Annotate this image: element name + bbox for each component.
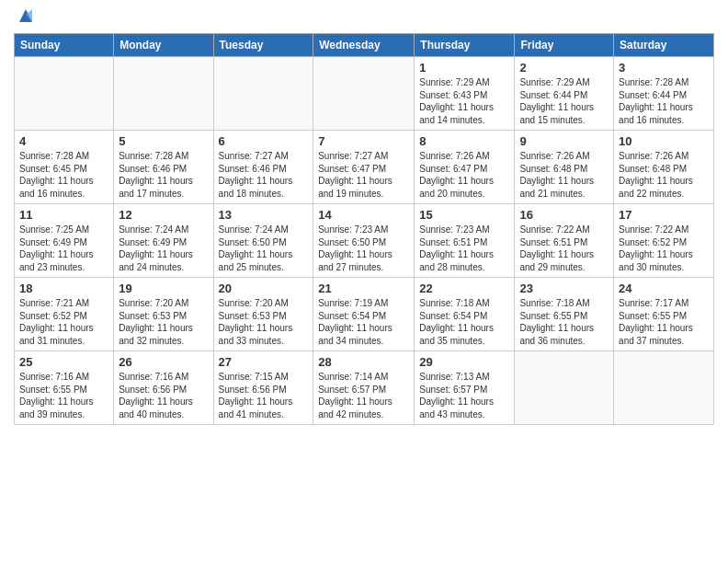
calendar-day-cell: 13Sunrise: 7:24 AM Sunset: 6:50 PM Dayli… [213, 204, 313, 278]
calendar-day-cell [213, 57, 313, 131]
day-info: Sunrise: 7:22 AM Sunset: 6:51 PM Dayligh… [519, 224, 609, 273]
calendar-day-cell: 3Sunrise: 7:28 AM Sunset: 6:44 PM Daylig… [614, 57, 714, 131]
day-number: 16 [519, 208, 609, 222]
day-info: Sunrise: 7:28 AM Sunset: 6:45 PM Dayligh… [19, 150, 108, 200]
calendar-day-cell: 7Sunrise: 7:27 AM Sunset: 6:47 PM Daylig… [313, 131, 415, 204]
calendar-header-cell: Monday [114, 34, 213, 57]
calendar-header-cell: Tuesday [213, 34, 313, 57]
day-info: Sunrise: 7:19 AM Sunset: 6:54 PM Dayligh… [318, 297, 409, 347]
calendar-day-cell: 14Sunrise: 7:23 AM Sunset: 6:50 PM Dayli… [313, 204, 415, 278]
day-number: 14 [318, 208, 409, 222]
calendar-header-cell: Wednesday [313, 34, 415, 57]
day-number: 24 [619, 282, 709, 295]
logo [14, 9, 36, 26]
calendar-week-row: 18Sunrise: 7:21 AM Sunset: 6:52 PM Dayli… [15, 278, 714, 351]
calendar-day-cell: 28Sunrise: 7:14 AM Sunset: 6:57 PM Dayli… [313, 351, 415, 425]
day-number: 6 [219, 134, 309, 148]
calendar-day-cell: 17Sunrise: 7:22 AM Sunset: 6:52 PM Dayli… [614, 204, 714, 278]
day-info: Sunrise: 7:26 AM Sunset: 6:47 PM Dayligh… [419, 150, 509, 200]
day-info: Sunrise: 7:29 AM Sunset: 6:43 PM Dayligh… [419, 76, 509, 126]
calendar-day-cell [15, 57, 114, 131]
day-info: Sunrise: 7:27 AM Sunset: 6:46 PM Dayligh… [219, 150, 309, 200]
day-number: 20 [219, 282, 309, 295]
header [14, 9, 714, 26]
day-info: Sunrise: 7:16 AM Sunset: 6:55 PM Dayligh… [19, 371, 108, 420]
calendar-week-row: 11Sunrise: 7:25 AM Sunset: 6:49 PM Dayli… [15, 204, 714, 278]
calendar-header-cell: Saturday [614, 34, 714, 57]
day-number: 29 [419, 355, 509, 369]
day-number: 17 [619, 208, 709, 222]
day-number: 10 [619, 134, 709, 148]
calendar-day-cell: 23Sunrise: 7:18 AM Sunset: 6:55 PM Dayli… [515, 278, 614, 351]
day-info: Sunrise: 7:20 AM Sunset: 6:53 PM Dayligh… [119, 297, 208, 347]
day-number: 27 [219, 355, 309, 369]
calendar-header-cell: Friday [515, 34, 614, 57]
day-info: Sunrise: 7:22 AM Sunset: 6:52 PM Dayligh… [619, 224, 709, 273]
day-number: 25 [19, 355, 108, 369]
day-info: Sunrise: 7:26 AM Sunset: 6:48 PM Dayligh… [619, 150, 709, 200]
calendar-week-row: 1Sunrise: 7:29 AM Sunset: 6:43 PM Daylig… [15, 57, 714, 131]
day-info: Sunrise: 7:14 AM Sunset: 6:57 PM Dayligh… [318, 371, 409, 420]
calendar-day-cell: 10Sunrise: 7:26 AM Sunset: 6:48 PM Dayli… [614, 131, 714, 204]
day-number: 7 [318, 134, 409, 148]
calendar-week-row: 25Sunrise: 7:16 AM Sunset: 6:55 PM Dayli… [15, 351, 714, 425]
logo-icon [16, 6, 36, 26]
day-info: Sunrise: 7:28 AM Sunset: 6:46 PM Dayligh… [119, 150, 208, 200]
day-info: Sunrise: 7:28 AM Sunset: 6:44 PM Dayligh… [619, 76, 709, 126]
calendar-day-cell: 11Sunrise: 7:25 AM Sunset: 6:49 PM Dayli… [15, 204, 114, 278]
calendar-day-cell [515, 351, 614, 425]
day-number: 1 [419, 61, 509, 75]
day-info: Sunrise: 7:13 AM Sunset: 6:57 PM Dayligh… [419, 371, 509, 420]
day-info: Sunrise: 7:23 AM Sunset: 6:50 PM Dayligh… [318, 224, 409, 273]
day-info: Sunrise: 7:15 AM Sunset: 6:56 PM Dayligh… [219, 371, 309, 420]
logo-text [14, 9, 36, 26]
day-number: 8 [419, 134, 509, 148]
day-number: 21 [318, 282, 409, 295]
day-info: Sunrise: 7:17 AM Sunset: 6:55 PM Dayligh… [619, 297, 709, 347]
day-info: Sunrise: 7:24 AM Sunset: 6:50 PM Dayligh… [219, 224, 309, 273]
calendar-day-cell [313, 57, 415, 131]
calendar-day-cell: 1Sunrise: 7:29 AM Sunset: 6:43 PM Daylig… [415, 57, 515, 131]
day-number: 2 [519, 61, 609, 75]
day-number: 9 [519, 134, 609, 148]
calendar-day-cell: 24Sunrise: 7:17 AM Sunset: 6:55 PM Dayli… [614, 278, 714, 351]
calendar-day-cell: 6Sunrise: 7:27 AM Sunset: 6:46 PM Daylig… [213, 131, 313, 204]
day-number: 5 [119, 134, 208, 148]
day-info: Sunrise: 7:24 AM Sunset: 6:49 PM Dayligh… [119, 224, 208, 273]
day-number: 18 [19, 282, 108, 295]
calendar-day-cell: 29Sunrise: 7:13 AM Sunset: 6:57 PM Dayli… [415, 351, 515, 425]
day-number: 28 [318, 355, 409, 369]
day-info: Sunrise: 7:29 AM Sunset: 6:44 PM Dayligh… [519, 76, 609, 126]
day-number: 11 [19, 208, 108, 222]
day-number: 15 [419, 208, 509, 222]
calendar-day-cell [614, 351, 714, 425]
day-info: Sunrise: 7:27 AM Sunset: 6:47 PM Dayligh… [318, 150, 409, 200]
calendar-day-cell: 18Sunrise: 7:21 AM Sunset: 6:52 PM Dayli… [15, 278, 114, 351]
calendar-day-cell: 5Sunrise: 7:28 AM Sunset: 6:46 PM Daylig… [114, 131, 213, 204]
calendar-day-cell: 22Sunrise: 7:18 AM Sunset: 6:54 PM Dayli… [415, 278, 515, 351]
page: SundayMondayTuesdayWednesdayThursdayFrid… [0, 0, 728, 563]
calendar-day-cell: 8Sunrise: 7:26 AM Sunset: 6:47 PM Daylig… [415, 131, 515, 204]
day-number: 3 [619, 61, 709, 75]
calendar-day-cell: 27Sunrise: 7:15 AM Sunset: 6:56 PM Dayli… [213, 351, 313, 425]
calendar-day-cell: 19Sunrise: 7:20 AM Sunset: 6:53 PM Dayli… [114, 278, 213, 351]
day-number: 23 [519, 282, 609, 295]
calendar: SundayMondayTuesdayWednesdayThursdayFrid… [14, 33, 714, 425]
day-number: 26 [119, 355, 208, 369]
calendar-day-cell: 21Sunrise: 7:19 AM Sunset: 6:54 PM Dayli… [313, 278, 415, 351]
day-info: Sunrise: 7:20 AM Sunset: 6:53 PM Dayligh… [219, 297, 309, 347]
day-number: 13 [219, 208, 309, 222]
calendar-header-cell: Thursday [415, 34, 515, 57]
calendar-week-row: 4Sunrise: 7:28 AM Sunset: 6:45 PM Daylig… [15, 131, 714, 204]
calendar-day-cell: 2Sunrise: 7:29 AM Sunset: 6:44 PM Daylig… [515, 57, 614, 131]
day-info: Sunrise: 7:23 AM Sunset: 6:51 PM Dayligh… [419, 224, 509, 273]
calendar-day-cell: 15Sunrise: 7:23 AM Sunset: 6:51 PM Dayli… [415, 204, 515, 278]
calendar-day-cell: 26Sunrise: 7:16 AM Sunset: 6:56 PM Dayli… [114, 351, 213, 425]
day-number: 4 [19, 134, 108, 148]
calendar-day-cell [114, 57, 213, 131]
day-number: 22 [419, 282, 509, 295]
day-number: 12 [119, 208, 208, 222]
day-info: Sunrise: 7:25 AM Sunset: 6:49 PM Dayligh… [19, 224, 108, 273]
day-info: Sunrise: 7:21 AM Sunset: 6:52 PM Dayligh… [19, 297, 108, 347]
calendar-day-cell: 12Sunrise: 7:24 AM Sunset: 6:49 PM Dayli… [114, 204, 213, 278]
